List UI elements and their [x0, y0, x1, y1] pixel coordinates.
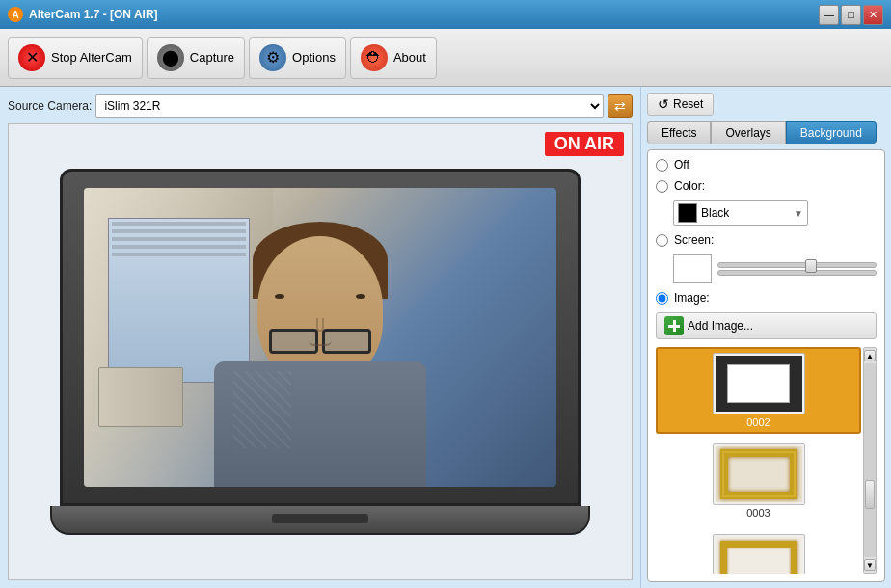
add-image-button[interactable]: Add Image... — [656, 312, 877, 339]
dropdown-arrow-icon: ▼ — [794, 208, 803, 219]
image-thumb-0002[interactable]: 0002 — [656, 347, 861, 434]
color-option: Color: — [656, 179, 877, 193]
screen-label: Screen: — [674, 233, 714, 247]
tab-background[interactable]: Background — [786, 121, 877, 144]
thumb-0004-preview — [713, 534, 805, 574]
laptop-frame — [60, 164, 580, 540]
thumb-0003-preview — [713, 443, 805, 505]
tab-effects[interactable]: Effects — [647, 121, 711, 144]
capture-button[interactable]: ⬤ Capture — [147, 37, 245, 79]
reset-icon: ↺ — [658, 96, 669, 112]
slider-track-bottom[interactable] — [717, 270, 877, 276]
video-preview-area: ON AIR — [8, 123, 633, 580]
color-radio[interactable] — [656, 180, 668, 193]
tab-overlays[interactable]: Overlays — [711, 121, 785, 144]
image-scrollbar[interactable]: ▲ ▼ — [863, 347, 877, 574]
stop-altercam-button[interactable]: ✕ Stop AlterCam — [8, 37, 143, 79]
reset-button[interactable]: ↺ Reset — [647, 93, 714, 116]
toolbar: ✕ Stop AlterCam ⬤ Capture ⚙ Options ⛑ Ab… — [0, 29, 891, 87]
color-dropdown[interactable]: Black ▼ — [673, 200, 808, 226]
laptop-base — [50, 506, 590, 535]
scroll-thumb[interactable] — [865, 480, 875, 509]
capture-icon: ⬤ — [157, 44, 184, 71]
screen-controls-row — [656, 254, 877, 283]
slider-track-top[interactable] — [717, 262, 877, 268]
color-swatch — [678, 203, 697, 223]
scroll-down-button[interactable]: ▼ — [864, 559, 876, 571]
main-area: Source Camera: iSlim 321R ⇄ ON AIR — [0, 87, 891, 588]
color-select-row: Black ▼ — [656, 200, 877, 226]
frame-0002-visual — [716, 356, 802, 412]
capture-label: Capture — [190, 50, 234, 65]
image-option: Image: — [656, 291, 877, 305]
options-icon: ⚙ — [259, 44, 286, 71]
thumb-0003-label: 0003 — [746, 507, 770, 519]
person-in-video — [185, 217, 455, 487]
slider-thumb-top[interactable] — [805, 259, 817, 273]
screen-content — [84, 188, 556, 487]
off-option: Off — [656, 158, 877, 172]
off-radio[interactable] — [656, 159, 668, 172]
off-label: Off — [674, 158, 689, 172]
source-camera-bar: Source Camera: iSlim 321R ⇄ — [8, 94, 633, 118]
title-bar: A AlterCam 1.7 - [ON AIR] — □ ✕ — [0, 0, 891, 29]
screen-option: Screen: — [656, 233, 877, 247]
app-icon: A — [8, 7, 23, 22]
close-button[interactable]: ✕ — [863, 5, 883, 25]
laptop-screen — [84, 188, 556, 487]
color-name: Black — [701, 206, 790, 220]
scroll-up-button[interactable]: ▲ — [864, 350, 876, 361]
image-radio[interactable] — [656, 292, 668, 305]
laptop-body — [60, 169, 580, 506]
screen-preview — [673, 254, 712, 283]
options-button[interactable]: ⚙ Options — [249, 37, 346, 79]
about-button[interactable]: ⛑ About — [350, 37, 437, 79]
screen-radio[interactable] — [656, 234, 668, 247]
reset-label: Reset — [673, 97, 703, 111]
gold-frame-0003 — [720, 449, 797, 499]
minimize-button[interactable]: — — [819, 5, 839, 25]
tabs: Effects Overlays Background — [647, 121, 885, 144]
source-camera-label: Source Camera: — [8, 99, 92, 113]
window-controls: — □ ✕ — [819, 5, 883, 25]
gold-frame-0004 — [720, 541, 797, 574]
stop-label: Stop AlterCam — [51, 50, 132, 65]
add-image-label: Add Image... — [688, 319, 753, 333]
on-air-badge: ON AIR — [545, 132, 624, 156]
thumb-0002-preview — [713, 353, 805, 414]
scroll-track[interactable] — [864, 363, 876, 557]
camera-select[interactable]: iSlim 321R — [95, 94, 604, 118]
thumb-0002-label: 0002 — [746, 416, 770, 428]
window-title: AlterCam 1.7 - [ON AIR] — [29, 8, 813, 21]
tab-content-background: Off Color: Black ▼ Screen: — [647, 149, 885, 582]
frame-0002-inner — [727, 364, 790, 403]
image-grid: 0002 0003 — [656, 347, 877, 574]
image-label: Image: — [674, 291, 710, 305]
image-thumb-0004[interactable]: 0004 — [656, 528, 861, 574]
about-icon: ⛑ — [361, 44, 388, 71]
frame-0004-visual — [716, 537, 802, 574]
options-label: Options — [292, 50, 336, 65]
swap-camera-button[interactable]: ⇄ — [608, 94, 633, 118]
maximize-button[interactable]: □ — [841, 5, 861, 25]
add-icon — [664, 316, 684, 335]
about-label: About — [393, 50, 426, 65]
frame-0003-visual — [716, 446, 802, 502]
color-label: Color: — [674, 179, 705, 193]
left-panel: Source Camera: iSlim 321R ⇄ ON AIR — [0, 87, 640, 588]
image-list: 0002 0003 — [656, 347, 863, 574]
image-thumb-0003[interactable]: 0003 — [656, 438, 861, 524]
stop-icon: ✕ — [18, 44, 45, 71]
screen-slider-container — [717, 262, 877, 276]
right-panel: ↺ Reset Effects Overlays Background Off … — [640, 87, 891, 588]
